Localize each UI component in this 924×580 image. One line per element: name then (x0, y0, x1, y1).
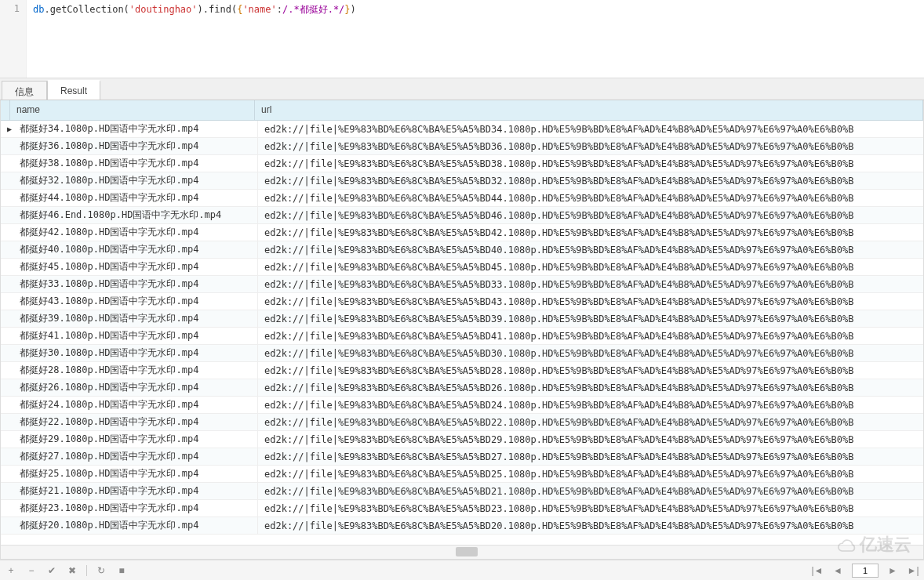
cell-name[interactable]: 都挺好22.1080p.HD国语中字无水印.mp4 (13, 414, 258, 430)
cell-url[interactable]: ed2k://|file|%E9%83%BD%E6%8C%BA%E5%A5%BD… (258, 381, 923, 395)
row-marker (1, 300, 13, 303)
cell-url[interactable]: ed2k://|file|%E9%83%BD%E6%8C%BA%E5%A5%BD… (258, 415, 923, 430)
cell-name[interactable]: 都挺好41.1080p.HD国语中字无水印.mp4 (13, 328, 258, 344)
cell-url[interactable]: ed2k://|file|%E9%83%BD%E6%8C%BA%E5%A5%BD… (258, 312, 923, 326)
prev-page-button[interactable]: ◄ (831, 564, 844, 577)
tab-info[interactable]: 信息 (2, 81, 47, 100)
cell-url[interactable]: ed2k://|file|%E9%83%BD%E6%8C%BA%E5%A5%BD… (258, 295, 923, 309)
table-row[interactable]: 都挺好43.1080p.HD国语中字无水印.mp4ed2k://|file|%E… (1, 293, 923, 310)
table-row[interactable]: 都挺好39.1080p.HD国语中字无水印.mp4ed2k://|file|%E… (1, 310, 923, 328)
table-row[interactable]: 都挺好36.1080p.HD国语中字无水印.mp4ed2k://|file|%E… (1, 138, 923, 155)
cell-name[interactable]: 都挺好39.1080p.HD国语中字无水印.mp4 (13, 310, 258, 327)
confirm-button[interactable]: ✔ (45, 564, 58, 577)
table-row[interactable]: 都挺好30.1080p.HD国语中字无水印.mp4ed2k://|file|%E… (1, 345, 923, 362)
cell-url[interactable]: ed2k://|file|%E9%83%BD%E6%8C%BA%E5%A5%BD… (258, 277, 923, 292)
last-page-button[interactable]: ►| (907, 564, 919, 577)
grid-body[interactable]: ▶都挺好34.1080p.HD国语中字无水印.mp4ed2k://|file|%… (1, 121, 923, 545)
cell-url[interactable]: ed2k://|file|%E9%83%BD%E6%8C%BA%E5%A5%BD… (258, 519, 923, 533)
cell-url[interactable]: ed2k://|file|%E9%83%BD%E6%8C%BA%E5%A5%BD… (258, 140, 923, 154)
table-row[interactable]: 都挺好24.1080p.HD国语中字无水印.mp4ed2k://|file|%E… (1, 397, 923, 414)
table-row[interactable]: 都挺好28.1080p.HD国语中字无水印.mp4ed2k://|file|%E… (1, 362, 923, 379)
table-row[interactable]: 都挺好38.1080p.HD国语中字无水印.mp4ed2k://|file|%E… (1, 155, 923, 172)
cell-name[interactable]: 都挺好43.1080p.HD国语中字无水印.mp4 (13, 293, 258, 310)
table-row[interactable]: 都挺好26.1080p.HD国语中字无水印.mp4ed2k://|file|%E… (1, 379, 923, 397)
cell-name[interactable]: 都挺好44.1080p.HD国语中字无水印.mp4 (13, 190, 258, 206)
table-row[interactable]: 都挺好44.1080p.HD国语中字无水印.mp4ed2k://|file|%E… (1, 190, 923, 207)
first-page-button[interactable]: |◄ (811, 564, 824, 577)
tab-result[interactable]: Result (47, 80, 100, 100)
tok-paren: ) (198, 4, 203, 15)
cell-url[interactable]: ed2k://|file|%E9%83%BD%E6%8C%BA%E5%A5%BD… (258, 208, 923, 223)
row-marker (1, 386, 13, 390)
column-name[interactable]: name (10, 100, 255, 120)
cell-url[interactable]: ed2k://|file|%E9%83%BD%E6%8C%BA%E5%A5%BD… (258, 346, 923, 361)
scrollbar-thumb[interactable] (456, 547, 478, 556)
cell-url[interactable]: ed2k://|file|%E9%83%BD%E6%8C%BA%E5%A5%BD… (258, 467, 923, 481)
cell-name[interactable]: 都挺好28.1080p.HD国语中字无水印.mp4 (13, 362, 258, 379)
cell-name[interactable]: 都挺好26.1080p.HD国语中字无水印.mp4 (13, 379, 258, 396)
row-marker (1, 352, 13, 355)
cell-name[interactable]: 都挺好27.1080p.HD国语中字无水印.mp4 (13, 448, 258, 465)
cancel-button[interactable]: ✖ (66, 564, 78, 577)
cell-url[interactable]: ed2k://|file|%E9%83%BD%E6%8C%BA%E5%A5%BD… (258, 329, 923, 343)
tok-db: db (33, 4, 44, 15)
cell-url[interactable]: ed2k://|file|%E9%83%BD%E6%8C%BA%E5%A5%BD… (258, 398, 923, 412)
cell-url[interactable]: ed2k://|file|%E9%83%BD%E6%8C%BA%E5%A5%BD… (258, 243, 923, 257)
cell-name[interactable]: 都挺好42.1080p.HD国语中字无水印.mp4 (13, 224, 258, 241)
table-row[interactable]: 都挺好27.1080p.HD国语中字无水印.mp4ed2k://|file|%E… (1, 448, 923, 466)
cell-name[interactable]: 都挺好25.1080p.HD国语中字无水印.mp4 (13, 466, 258, 482)
cell-url[interactable]: ed2k://|file|%E9%83%BD%E6%8C%BA%E5%A5%BD… (258, 226, 923, 240)
cell-url[interactable]: ed2k://|file|%E9%83%BD%E6%8C%BA%E5%A5%BD… (258, 191, 923, 205)
table-row[interactable]: 都挺好45.1080p.HD国语中字无水印.mp4ed2k://|file|%E… (1, 259, 923, 276)
cell-name[interactable]: 都挺好23.1080p.HD国语中字无水印.mp4 (13, 500, 258, 517)
grid-header: name url (1, 100, 923, 121)
cell-name[interactable]: 都挺好34.1080p.HD国语中字无水印.mp4 (13, 121, 258, 137)
cell-name[interactable]: 都挺好45.1080p.HD国语中字无水印.mp4 (13, 259, 258, 275)
table-row[interactable]: ▶都挺好34.1080p.HD国语中字无水印.mp4ed2k://|file|%… (1, 121, 923, 138)
cell-url[interactable]: ed2k://|file|%E9%83%BD%E6%8C%BA%E5%A5%BD… (258, 260, 923, 274)
code-editor[interactable]: 1 db.getCollection('doutinghao').find({'… (0, 0, 924, 78)
horizontal-scrollbar[interactable] (1, 545, 923, 559)
table-row[interactable]: 都挺好33.1080p.HD国语中字无水印.mp4ed2k://|file|%E… (1, 276, 923, 293)
cell-url[interactable]: ed2k://|file|%E9%83%BD%E6%8C%BA%E5%A5%BD… (258, 450, 923, 464)
cell-url[interactable]: ed2k://|file|%E9%83%BD%E6%8C%BA%E5%A5%BD… (258, 484, 923, 498)
cell-url[interactable]: ed2k://|file|%E9%83%BD%E6%8C%BA%E5%A5%BD… (258, 157, 923, 171)
cell-name[interactable]: 都挺好24.1080p.HD国语中字无水印.mp4 (13, 397, 258, 413)
cell-url[interactable]: ed2k://|file|%E9%83%BD%E6%8C%BA%E5%A5%BD… (258, 122, 923, 136)
stop-button[interactable]: ■ (115, 564, 128, 577)
page-input[interactable] (852, 564, 879, 578)
row-marker (1, 162, 13, 165)
table-row[interactable]: 都挺好46.End.1080p.HD国语中字无水印.mp4ed2k://|fil… (1, 207, 923, 224)
table-row[interactable]: 都挺好32.1080p.HD国语中字无水印.mp4ed2k://|file|%E… (1, 172, 923, 190)
cell-url[interactable]: ed2k://|file|%E9%83%BD%E6%8C%BA%E5%A5%BD… (258, 174, 923, 188)
cell-name[interactable]: 都挺好20.1080p.HD国语中字无水印.mp4 (13, 517, 258, 534)
table-row[interactable]: 都挺好20.1080p.HD国语中字无水印.mp4ed2k://|file|%E… (1, 517, 923, 535)
table-row[interactable]: 都挺好42.1080p.HD国语中字无水印.mp4ed2k://|file|%E… (1, 224, 923, 241)
table-row[interactable]: 都挺好29.1080p.HD国语中字无水印.mp4ed2k://|file|%E… (1, 431, 923, 448)
cell-url[interactable]: ed2k://|file|%E9%83%BD%E6%8C%BA%E5%A5%BD… (258, 433, 923, 447)
cell-name[interactable]: 都挺好32.1080p.HD国语中字无水印.mp4 (13, 172, 258, 189)
add-row-button[interactable]: + (5, 564, 17, 577)
table-row[interactable]: 都挺好41.1080p.HD国语中字无水印.mp4ed2k://|file|%E… (1, 328, 923, 345)
remove-row-button[interactable]: − (25, 564, 38, 577)
code-line[interactable]: db.getCollection('doutinghao').find({'na… (27, 0, 924, 78)
cell-name[interactable]: 都挺好38.1080p.HD国语中字无水印.mp4 (13, 155, 258, 172)
cell-name[interactable]: 都挺好36.1080p.HD国语中字无水印.mp4 (13, 138, 258, 154)
cell-name[interactable]: 都挺好29.1080p.HD国语中字无水印.mp4 (13, 431, 258, 448)
table-row[interactable]: 都挺好25.1080p.HD国语中字无水印.mp4ed2k://|file|%E… (1, 466, 923, 483)
table-row[interactable]: 都挺好40.1080p.HD国语中字无水印.mp4ed2k://|file|%E… (1, 241, 923, 259)
column-url[interactable]: url (255, 100, 923, 120)
refresh-button[interactable]: ↻ (95, 564, 107, 577)
cell-name[interactable]: 都挺好40.1080p.HD国语中字无水印.mp4 (13, 241, 258, 258)
cell-url[interactable]: ed2k://|file|%E9%83%BD%E6%8C%BA%E5%A5%BD… (258, 502, 923, 516)
cell-url[interactable]: ed2k://|file|%E9%83%BD%E6%8C%BA%E5%A5%BD… (258, 364, 923, 378)
cell-name[interactable]: 都挺好30.1080p.HD国语中字无水印.mp4 (13, 345, 258, 361)
table-row[interactable]: 都挺好21.1080p.HD国语中字无水印.mp4ed2k://|file|%E… (1, 483, 923, 500)
tok-key: 'name' (242, 4, 276, 15)
cell-name[interactable]: 都挺好33.1080p.HD国语中字无水印.mp4 (13, 276, 258, 292)
table-row[interactable]: 都挺好22.1080p.HD国语中字无水印.mp4ed2k://|file|%E… (1, 414, 923, 431)
cell-name[interactable]: 都挺好46.End.1080p.HD国语中字无水印.mp4 (13, 207, 258, 223)
cell-name[interactable]: 都挺好21.1080p.HD国语中字无水印.mp4 (13, 483, 258, 499)
table-row[interactable]: 都挺好23.1080p.HD国语中字无水印.mp4ed2k://|file|%E… (1, 500, 923, 517)
next-page-button[interactable]: ► (886, 564, 899, 577)
